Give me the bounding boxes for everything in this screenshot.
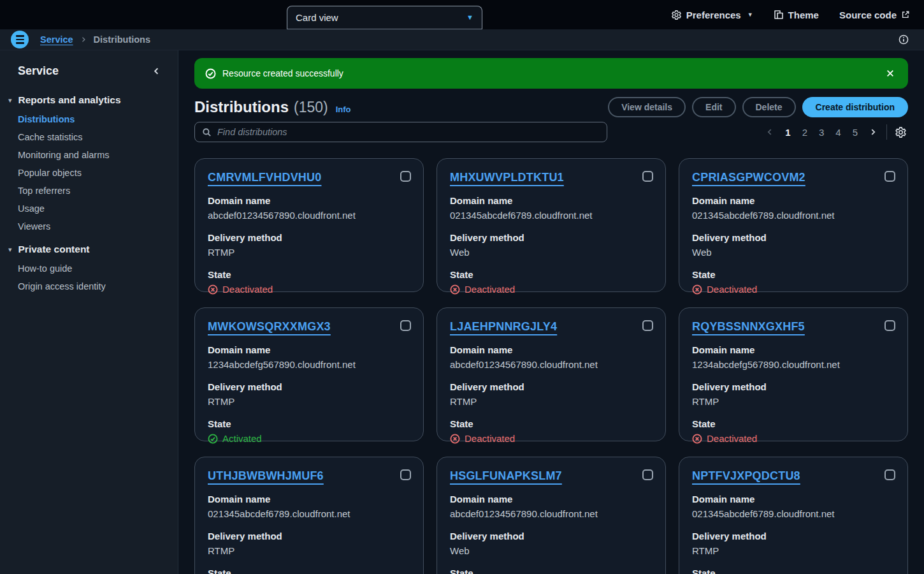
sidebar-section: ▾ Private content How-to guide Origin ac… <box>0 243 178 295</box>
sidebar-item-distributions[interactable]: Distributions <box>0 110 178 128</box>
settings-gear-icon[interactable] <box>893 125 908 140</box>
sidebar-item-origin-access-identity[interactable]: Origin access identity <box>0 277 178 295</box>
section-caret-icon: ▾ <box>8 97 12 104</box>
resource-count: (150) <box>294 99 328 116</box>
delivery-method-value: RTMP <box>208 246 410 259</box>
source-code-link[interactable]: Source code <box>839 10 910 20</box>
page-title: Distributions <box>194 98 289 116</box>
sidebar-item-monitoring-and-alarms[interactable]: Monitoring and alarms <box>0 146 178 164</box>
distribution-link[interactable]: NPTFVJXPQDCTU8 <box>692 469 800 483</box>
distribution-link[interactable]: LJAEHPNNRGJLY4 <box>450 320 557 334</box>
domain-name-label: Domain name <box>208 195 410 207</box>
theme-button[interactable]: Theme <box>774 10 819 20</box>
section-caret-icon: ▾ <box>8 246 12 253</box>
state-label: State <box>208 269 410 281</box>
delivery-method-label: Delivery method <box>208 381 410 394</box>
state-label: State <box>692 418 895 430</box>
chevron-down-icon: ▼ <box>747 11 753 18</box>
check-circle-icon <box>208 434 218 444</box>
card-checkbox[interactable] <box>642 171 653 182</box>
delivery-method-label: Delivery method <box>692 530 895 543</box>
delivery-method-label: Delivery method <box>450 232 653 244</box>
flash-message: Resource created successfully <box>222 68 343 78</box>
delivery-method-value: RTMP <box>450 395 653 408</box>
distribution-link[interactable]: UTHJBWBWHJMUF6 <box>208 469 324 483</box>
delivery-method-value: RTMP <box>692 395 895 408</box>
sidebar-section-header[interactable]: ▾ Reports and analytics <box>0 94 178 107</box>
card-checkbox[interactable] <box>884 320 895 331</box>
domain-name-value: abcdef01234567890.cloudfront.net <box>208 209 410 222</box>
x-circle-icon <box>692 284 702 295</box>
next-page-icon[interactable] <box>865 125 881 139</box>
view-mode-value: Card view <box>296 12 338 23</box>
search-input[interactable] <box>217 127 600 137</box>
chevron-down-icon: ▼ <box>466 14 473 21</box>
card-checkbox[interactable] <box>884 171 895 182</box>
pagination-page-3[interactable]: 3 <box>814 124 828 140</box>
domain-name-label: Domain name <box>450 344 653 357</box>
delivery-method-value: Web <box>450 246 653 259</box>
domain-name-label: Domain name <box>208 344 410 357</box>
info-link[interactable]: Info <box>336 105 351 114</box>
hamburger-menu-button[interactable] <box>11 31 29 48</box>
close-icon[interactable] <box>883 66 897 80</box>
domain-name-value: 021345abcdef6789.cloudfront.net <box>692 209 895 222</box>
distribution-link[interactable]: MWKOWSQRXXMGX3 <box>208 320 331 334</box>
sidebar-section-label-reports-and-analytics: Reports and analytics <box>18 94 121 107</box>
pagination-page-1[interactable]: 1 <box>781 124 795 140</box>
main-content: Resource created successfully Distributi… <box>178 50 924 574</box>
search-icon <box>202 128 212 137</box>
domain-name-label: Domain name <box>692 493 895 506</box>
delivery-method-label: Delivery method <box>692 232 895 244</box>
distribution-card: HSGLFUNAPKSLM7 Domain name abcdef0123456… <box>437 457 666 574</box>
card-checkbox[interactable] <box>884 469 895 480</box>
state-label: State <box>208 418 410 430</box>
distribution-link[interactable]: MHXUWVPLDTKTU1 <box>450 170 564 184</box>
card-checkbox[interactable] <box>400 469 411 480</box>
edit-button[interactable]: Edit <box>692 97 735 117</box>
sidebar-item-usage[interactable]: Usage <box>0 200 178 217</box>
chevron-right-icon <box>80 36 87 43</box>
sidebar-item-viewers[interactable]: Viewers <box>0 217 178 235</box>
domain-name-label: Domain name <box>692 195 895 207</box>
search-box <box>194 122 607 142</box>
distribution-link[interactable]: HSGLFUNAPKSLM7 <box>450 469 562 483</box>
sidebar-section-header[interactable]: ▾ Private content <box>0 243 178 256</box>
domain-name-label: Domain name <box>450 195 653 207</box>
sidebar-item-cache-statistics[interactable]: Cache statistics <box>0 128 178 146</box>
card-checkbox[interactable] <box>642 469 653 480</box>
card-checkbox[interactable] <box>400 171 411 182</box>
preferences-button[interactable]: Preferences ▼ <box>671 10 753 20</box>
pagination-page-5[interactable]: 5 <box>848 124 862 140</box>
distribution-link[interactable]: RQYBSSNNXGXHF5 <box>692 320 805 334</box>
info-icon[interactable] <box>899 34 909 45</box>
sidebar-item-popular-objects[interactable]: Popular objects <box>0 164 178 182</box>
sidebar-item-how-to-guide[interactable]: How-to guide <box>0 260 178 277</box>
state-label: State <box>692 269 895 281</box>
collapse-sidebar-icon[interactable] <box>152 66 161 76</box>
create-distribution-button[interactable]: Create distribution <box>802 97 908 117</box>
delete-button[interactable]: Delete <box>742 97 796 117</box>
distribution-card: LJAEHPNNRGJLY4 Domain name abcdef0123456… <box>437 307 666 441</box>
domain-name-value: 1234abcdefg567890.cloudfront.net <box>208 358 410 371</box>
sidebar-item-top-referrers[interactable]: Top referrers <box>0 182 178 200</box>
view-details-button[interactable]: View details <box>608 97 686 117</box>
state-value: Deactivated <box>465 283 515 296</box>
distribution-card: MWKOWSQRXXMGX3 Domain name 1234abcdefg56… <box>194 307 424 441</box>
side-navigation: Service ▾ Reports and analytics Distribu… <box>0 50 178 574</box>
pagination-page-4[interactable]: 4 <box>831 124 845 140</box>
distribution-card: CPRIASGPWCOVM2 Domain name 021345abcdef6… <box>679 158 908 292</box>
pagination-page-2[interactable]: 2 <box>798 124 812 140</box>
top-bar: Card view ▼ Preferences ▼ Theme Source c… <box>0 0 924 29</box>
card-checkbox[interactable] <box>400 320 411 331</box>
distribution-link[interactable]: CMRVMLFVHDVHU0 <box>208 170 321 184</box>
breadcrumb-service-link[interactable]: Service <box>40 34 73 45</box>
view-mode-select[interactable]: Card view ▼ <box>287 6 482 29</box>
x-circle-icon <box>208 284 218 295</box>
previous-page-icon[interactable] <box>762 125 778 139</box>
domain-name-value: 1234abcdefg567890.cloudfront.net <box>692 358 895 371</box>
domain-name-value: 021345abcdef6789.cloudfront.net <box>208 508 410 520</box>
cards-grid: CMRVMLFVHDVHU0 Domain name abcdef0123456… <box>194 158 908 574</box>
card-checkbox[interactable] <box>642 320 653 331</box>
distribution-link[interactable]: CPRIASGPWCOVM2 <box>692 170 805 184</box>
